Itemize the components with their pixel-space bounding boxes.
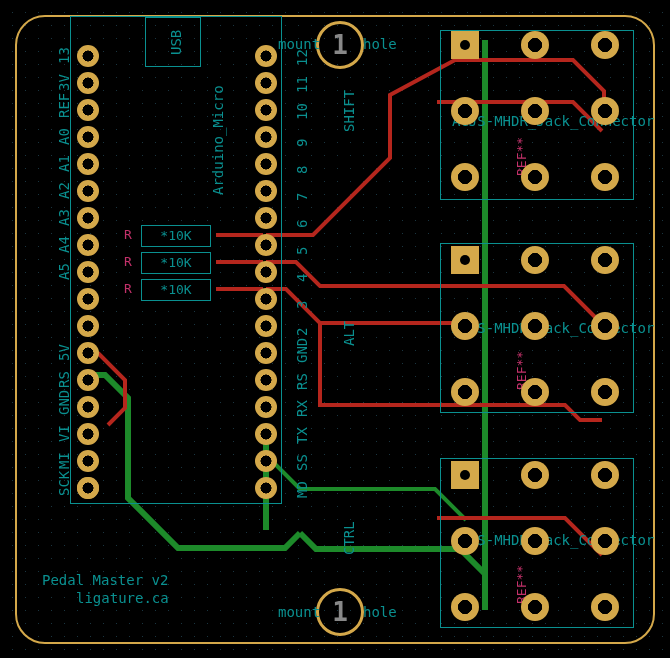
pad [521, 378, 549, 406]
pad [591, 593, 619, 621]
pin-label: VI [56, 425, 72, 442]
pin-label: 13 [56, 47, 72, 64]
pin-label: REF [56, 93, 72, 118]
pin-label: MD [294, 481, 310, 498]
pad [255, 369, 277, 391]
pin-label: 4 [294, 274, 310, 282]
pin-label: 6 [294, 220, 310, 228]
pin-label: SCK [56, 471, 72, 496]
pad [77, 207, 99, 229]
pin-label: 7 [294, 193, 310, 201]
pin-label: GND [294, 338, 310, 363]
pad [451, 31, 479, 59]
pad [521, 461, 549, 489]
pad [255, 99, 277, 121]
pin-label: SS [294, 454, 310, 471]
pad [591, 163, 619, 191]
pad [255, 72, 277, 94]
pad [77, 180, 99, 202]
resistor-1: *10K [141, 225, 211, 247]
pcb-view: USB Arduino_Micro *10K *10K *10K R R R A… [0, 0, 670, 658]
pad [77, 369, 99, 391]
pad [591, 31, 619, 59]
pad [77, 450, 99, 472]
pad [591, 312, 619, 340]
pin-label: A4 [56, 236, 72, 253]
pin-label: RS [294, 373, 310, 390]
pad [521, 246, 549, 274]
pad [77, 342, 99, 364]
pad [77, 288, 99, 310]
pad [255, 234, 277, 256]
pad [255, 180, 277, 202]
pad [77, 99, 99, 121]
pin-label: MI [56, 452, 72, 469]
pad [451, 163, 479, 191]
pad [451, 527, 479, 555]
pad [521, 97, 549, 125]
jack-2-func: ALT [341, 321, 357, 346]
pad [255, 315, 277, 337]
pad [451, 97, 479, 125]
pad [591, 527, 619, 555]
pad [591, 461, 619, 489]
pad [521, 527, 549, 555]
mount-hole-top: 1 [316, 21, 364, 69]
pad [255, 450, 277, 472]
arduino-label: Arduino_Micro [210, 85, 226, 195]
pin-label: A0 [56, 128, 72, 145]
resistor-2: *10K [141, 252, 211, 274]
jack-3-func: CTRL [341, 521, 357, 555]
board-title: Pedal Master v2 [42, 572, 168, 588]
board-author: ligature.ca [76, 590, 169, 606]
pin-label: 3 [294, 301, 310, 309]
pad [255, 423, 277, 445]
pin-label: A5 [56, 263, 72, 280]
mount-hole-bottom: 1 [316, 588, 364, 636]
pad [77, 315, 99, 337]
pin-label: 3V [56, 74, 72, 91]
pin-label: TX [294, 427, 310, 444]
jack-2-label: ACJS-MHDR_Jack_Connector [452, 320, 654, 336]
resistor-ref-1: R [124, 227, 132, 242]
pin-label: A3 [56, 209, 72, 226]
pad [451, 593, 479, 621]
pin-label: 11 [294, 76, 310, 93]
pad [77, 477, 99, 499]
pad [255, 396, 277, 418]
pad [77, 423, 99, 445]
pin-label: 2 [294, 328, 310, 336]
pad [77, 126, 99, 148]
pin-label: 5 [294, 247, 310, 255]
pin-label: 12 [294, 49, 310, 66]
pad [255, 126, 277, 148]
pad [255, 207, 277, 229]
pad [591, 97, 619, 125]
pin-label: 8 [294, 166, 310, 174]
pin-label: A2 [56, 182, 72, 199]
pad [451, 246, 479, 274]
pad [521, 163, 549, 191]
pad [521, 312, 549, 340]
pad [255, 342, 277, 364]
jack-1-func: SHIFT [341, 90, 357, 132]
mount-label-bot-r: hole [363, 604, 397, 620]
pad [255, 45, 277, 67]
pad [591, 246, 619, 274]
pin-label: A1 [56, 155, 72, 172]
pin-label: GND [56, 390, 72, 415]
pad [255, 261, 277, 283]
pad [77, 261, 99, 283]
pad [521, 593, 549, 621]
pin-label: RX [294, 400, 310, 417]
resistor-ref-2: R [124, 254, 132, 269]
pin-label: 5V [56, 344, 72, 361]
pad [77, 45, 99, 67]
pad [451, 312, 479, 340]
resistor-ref-3: R [124, 281, 132, 296]
pad [77, 234, 99, 256]
mount-label-bot-l: mount [278, 604, 320, 620]
pad [77, 153, 99, 175]
jack-3-label: ACJS-MHDR_Jack_Connector [452, 532, 654, 548]
resistor-3: *10K [141, 279, 211, 301]
